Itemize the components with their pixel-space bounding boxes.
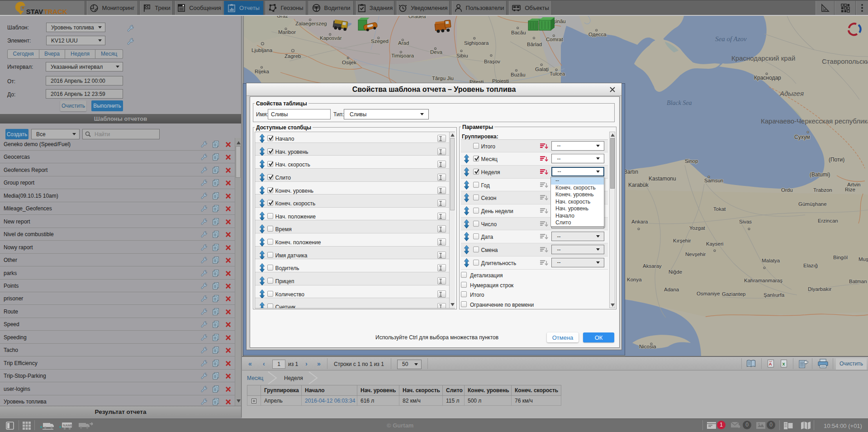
svg-text:Rize: Rize	[845, 187, 855, 192]
svg-text:Diyarbakır: Diyarbakır	[808, 286, 832, 292]
svg-text:Arad: Arad	[398, 40, 409, 46]
svg-text:x: x	[782, 361, 785, 366]
svg-text:Trabzon: Trabzon	[813, 187, 832, 193]
svg-text:Malatya: Malatya	[762, 258, 780, 263]
svg-text:Tulcea: Tulcea	[550, 71, 565, 76]
svg-text:Zalaegerszeg: Zalaegerszeg	[295, 21, 327, 26]
svg-text:Gaziantep: Gaziantep	[722, 291, 745, 297]
svg-text:STAV: STAV	[26, 8, 43, 15]
svg-text:Erzincan: Erzincan	[818, 218, 838, 223]
svg-text:A: A	[769, 361, 772, 366]
svg-text:Timișoara: Timișoara	[391, 53, 414, 58]
svg-text:Kayseri: Kayseri	[706, 241, 723, 247]
svg-text:Одесса: Одесса	[588, 32, 607, 37]
svg-text:Sibiu: Sibiu	[456, 53, 468, 58]
svg-text:Bingöl: Bingöl	[833, 255, 848, 260]
svg-text:Comrat: Comrat	[546, 37, 564, 42]
svg-text:(Batumi): (Batumi)	[810, 171, 830, 178]
svg-text:Bartın: Bartın	[624, 169, 638, 175]
svg-text:Yozgat: Yozgat	[689, 225, 706, 231]
svg-text:Graz: Graz	[277, 16, 288, 19]
svg-text:Muş: Muş	[859, 256, 868, 262]
svg-text:Niğde: Niğde	[669, 269, 682, 275]
svg-text:Sighișoara: Sighișoara	[464, 40, 489, 46]
svg-text:Сухум: Сухум	[794, 134, 810, 140]
svg-text:Краснодарский край: Краснодарский край	[731, 54, 795, 62]
svg-text:Adana: Adana	[664, 287, 679, 292]
svg-text:Oradea: Oradea	[408, 16, 426, 19]
svg-text:Deva: Deva	[430, 49, 442, 55]
svg-text:Tokat: Tokat	[713, 206, 726, 212]
svg-text:Kaposvár: Kaposvár	[320, 35, 342, 41]
svg-text:Elazığ: Elazığ	[803, 263, 818, 268]
svg-text:Brașov: Brașov	[484, 59, 500, 64]
svg-text:Nicosia: Nicosia	[639, 344, 656, 349]
svg-text:Batman: Batman	[849, 279, 867, 284]
svg-text:Zagreb: Zagreb	[285, 53, 301, 59]
svg-text:Gümüşhane: Gümüşhane	[798, 201, 827, 207]
svg-text:Konya: Konya	[627, 277, 642, 282]
svg-text:Адыгея: Адыгея	[779, 90, 804, 97]
svg-text:Osmaniye: Osmaniye	[697, 291, 720, 296]
svg-text:Osijek: Osijek	[342, 60, 356, 65]
svg-text:TRACK: TRACK	[43, 8, 67, 15]
svg-text:Artvin: Artvin	[847, 182, 860, 187]
svg-text:Târgu Jiu: Târgu Jiu	[432, 76, 454, 81]
svg-text:(Поти): (Поти)	[829, 157, 844, 163]
svg-text:Karabük: Karabük	[628, 182, 649, 188]
svg-text:Ставропольский край: Ставропольский край	[822, 57, 868, 65]
svg-text:Maribor: Maribor	[278, 29, 296, 35]
svg-text:Bacău: Bacău	[511, 30, 526, 35]
svg-text:Galați: Galați	[535, 66, 549, 72]
svg-text:Şanlıurfa: Şanlıurfa	[764, 292, 785, 298]
svg-text:Kırşehir: Kırşehir	[673, 238, 691, 243]
svg-text:Samsun: Samsun	[704, 178, 723, 183]
svg-text:Sea of Azov: Sea of Azov	[715, 35, 747, 43]
svg-text:Sinop: Sinop	[685, 158, 698, 164]
svg-text:Sivas: Sivas	[739, 219, 752, 224]
svg-text:Aksaray: Aksaray	[643, 263, 662, 269]
svg-text:Nevşehir: Nevşehir	[685, 252, 706, 257]
svg-text:Black Sea: Black Sea	[667, 100, 692, 106]
svg-text:Bârlad: Bârlad	[527, 42, 542, 47]
svg-text:Карачаево-Черкесская республик: Карачаево-Черкесская республика	[761, 117, 868, 125]
svg-text:Ordu: Ordu	[781, 187, 793, 193]
svg-text:Ankara: Ankara	[631, 219, 648, 224]
svg-text:Buzău: Buzău	[511, 72, 526, 77]
svg-text:NAME: NAME	[63, 423, 73, 427]
svg-text:Kastamonu: Kastamonu	[649, 176, 676, 182]
svg-text:Краснодар: Краснодар	[754, 75, 781, 81]
svg-text:Ljubljana: Ljubljana	[251, 47, 273, 53]
svg-text:Rijeka: Rijeka	[255, 69, 270, 74]
svg-text:Kahramanmaraş: Kahramanmaraş	[744, 278, 783, 283]
svg-text:Szeged: Szeged	[371, 38, 389, 44]
